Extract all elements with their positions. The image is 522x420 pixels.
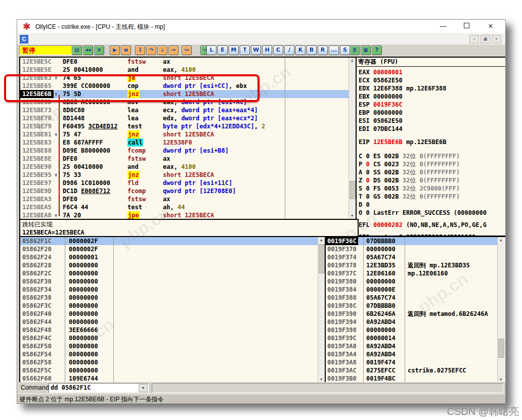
stack-scrollbar[interactable]: ▲ ▼ [497, 237, 505, 383]
command-input[interactable]: dd 05862F1C ▼ [49, 383, 149, 393]
disasm-row[interactable]: 12E5BE79F60495 3CD4ED12testbyte ptr [edx… [20, 122, 349, 130]
chevron-down-icon[interactable]: ▼ [139, 384, 148, 392]
stack-row[interactable]: 0019F3A40A92ABD4 [326, 350, 497, 358]
stack-row[interactable]: 0019F3AC0275EFCCcstrike.0275EFCC [326, 366, 497, 375]
register-row[interactable]: ESP 0019F36C [359, 101, 506, 109]
animate-into-button[interactable]: ⇣ [157, 45, 167, 55]
maximize-button[interactable] [459, 21, 474, 31]
disasm-row[interactable]: 12E5BE5CDFE0fstswax [20, 58, 349, 66]
stack-row[interactable]: 0019F3B00019F4BC [326, 375, 497, 383]
help-toolbar-button[interactable]: ? [372, 45, 382, 55]
title-bar[interactable]: ✱ OllyICE - cstrike.exe - [CPU - 主线程, 模块… [17, 20, 505, 33]
minimize-button[interactable]: — [436, 21, 451, 31]
disasm-row[interactable]: 12E5BE8EDFE0fstswax [20, 155, 349, 163]
mdi-restore-button[interactable]: ▣ [481, 35, 490, 43]
animate-over-button[interactable]: ⇝ [168, 45, 179, 55]
disasm-row[interactable]: 12E5BE88D89E B8000000fcompdword ptr [esi… [20, 147, 349, 155]
mdi-close-button[interactable]: × [492, 35, 501, 43]
execute-till-return-button[interactable]: ↦ [182, 45, 192, 55]
flag-row[interactable]: A 0 SS 002B 32位 0(FFFFFFFF) [359, 168, 506, 176]
flag-row[interactable]: T 0 GS 002B 32位 0(FFFFFFFF) [359, 193, 506, 201]
stack-row[interactable]: 0019F37812E3BD35返回到 mp.12E3BD35 [326, 261, 497, 269]
disasm-row[interactable]: 12E5BE738D0C80leaecx, dword ptr [eax+eax… [20, 106, 349, 114]
disasm-row[interactable]: 12E5BE95∨75 33jnzshort 12E5BECA [20, 171, 349, 179]
scroll-up-icon[interactable]: ▲ [318, 237, 324, 244]
disasm-scrollbar[interactable]: ▲ ▼ [349, 58, 356, 219]
open-file-button[interactable]: ▤ [72, 45, 82, 55]
windows-button[interactable]: W [251, 45, 261, 55]
log-window-button[interactable]: L [206, 45, 216, 55]
source-button[interactable]: S [340, 45, 350, 55]
dump-scrollbar[interactable]: ▲ ▼ [318, 237, 325, 383]
disasm-row[interactable]: 12E5BE9025 00410000andeax, 4100 [20, 163, 349, 171]
stack-row[interactable]: 0019F3906B26246A返回到 metamod.6B26246A [326, 310, 497, 318]
stack-row[interactable]: 0019F3A80019F474 [326, 358, 497, 366]
stack-row[interactable]: 0019F39C00000014 [326, 334, 497, 342]
threads-button[interactable]: T [240, 45, 250, 55]
disasm-row[interactable]: 12E5BEA8∨7A 20jpeshort 12E5BECA [20, 211, 349, 219]
flag-row[interactable]: D 0 [359, 201, 506, 209]
flag-row[interactable]: Z 0 DS 002B 32位 0(FFFFFFFF) [359, 176, 506, 184]
stack-row[interactable]: 0019F36C07DBBBB0 [326, 237, 497, 245]
handles-button[interactable]: H [262, 45, 272, 55]
memory-dump-pane[interactable]: 05862F1C0000002F05862F200000002F05862F24… [19, 236, 326, 384]
references-button[interactable]: R [318, 45, 328, 55]
memory-map-button[interactable]: M [229, 45, 239, 55]
run-trace-button[interactable]: ... [329, 45, 339, 55]
mdi-minimize-button[interactable]: – [469, 35, 479, 43]
disasm-row[interactable]: 12E5BEA5F6C4 44testah, 44 [20, 203, 349, 211]
scroll-thumb[interactable] [319, 244, 325, 273]
stack-row[interactable]: 0019F38C07DBBBB0 [326, 302, 497, 310]
disasm-row[interactable]: 12E5BEA3DFE0fstswax [20, 195, 349, 203]
step-over-button[interactable]: ↷ [146, 45, 156, 55]
flag-row[interactable]: P 0 CS 0023 32位 0(FFFFFFFF) [359, 160, 506, 168]
disasm-row[interactable]: 12E5BE97D986 1C010000flddword ptr [esi+1… [20, 179, 349, 187]
stack-row[interactable]: 0019F39800000000 [326, 326, 497, 334]
flag-row[interactable]: O 0 LastErr ERROR_SUCCESS (00000000 [359, 209, 506, 217]
appearance-button[interactable]: ▦ [361, 45, 371, 55]
registers-pane[interactable]: 寄存器 (FPU) EAX 00000001ECX 05862E50EDX 12… [356, 57, 506, 237]
close-program-button[interactable]: × [94, 45, 104, 55]
disasm-row[interactable]: 12E5BE81∨75 47jnzshort 12E5BECA [20, 130, 349, 138]
register-row[interactable]: EIP 12E5BE6B mp.12E5BE6B [359, 138, 506, 146]
executable-modules-button[interactable]: E [218, 45, 228, 55]
disasm-row[interactable]: 12E5BE9DDC1D E008E712fcompqword ptr [12E… [20, 187, 349, 195]
register-row[interactable]: EDI 07DBC144 [359, 125, 506, 133]
disasm-row[interactable]: 12E5BE5E25 00410000andeax, 4100 [20, 66, 349, 74]
stack-row[interactable]: 0019F37000000000 [326, 245, 497, 253]
pause-program-button[interactable]: ▮▮ [121, 45, 131, 55]
stack-row[interactable]: 0019F38000000000 [326, 277, 497, 286]
disasm-row[interactable]: 12E5BE768D1448leaedx, dword ptr [eax+ecx… [20, 114, 349, 122]
register-row[interactable]: EAX 00000001 [359, 68, 506, 76]
close-button[interactable]: × [483, 21, 498, 31]
run-button[interactable]: ▶ [110, 45, 120, 55]
register-row[interactable]: ESI 05862E50 [359, 117, 506, 125]
disasm-operands: short 12E5BECA [163, 171, 214, 179]
call-stack-button[interactable]: K [295, 45, 306, 55]
stack-row[interactable]: 0019F37405A67C74 [326, 253, 497, 261]
disasm-row[interactable]: 12E5BE83E8 687AFFFFcall12E538F0 [20, 138, 349, 147]
register-row[interactable]: ECX 05862E50 [359, 76, 506, 84]
stack-row[interactable]: 0019F38805A67C74 [326, 294, 497, 302]
stack-row[interactable]: 0019F3A00A92ABD4 [326, 342, 497, 350]
cpu-window-button[interactable]: C [273, 45, 283, 55]
scroll-up-icon[interactable]: ▲ [349, 58, 355, 64]
register-row[interactable]: EDX 12E6F388 mp.12E6F388 [359, 84, 506, 92]
register-row[interactable]: EBX 00000000 [359, 92, 506, 101]
restart-button[interactable]: ◀◀ [83, 45, 93, 55]
flag-row[interactable]: C 0 ES 002B 32位 0(FFFFFFFF) [359, 152, 506, 160]
register-row[interactable]: EBP 00000000 [359, 109, 506, 117]
step-into-button[interactable]: ↧ [135, 45, 145, 55]
efl-row[interactable]: EFL 00000202 (NO,NB,NE,A,NS,PO,GE,G [359, 221, 506, 229]
breakpoint-options-button[interactable]: ≣ [350, 45, 360, 55]
patches-button[interactable]: / [284, 45, 294, 55]
scroll-thumb[interactable] [498, 339, 504, 358]
breakpoints-button[interactable]: B [307, 45, 317, 55]
stack-row[interactable]: 0019F3940A92ABD4 [326, 318, 497, 326]
stack-pane[interactable]: 0019F36C07DBBBB00019F370000000000019F374… [325, 236, 506, 384]
stack-row[interactable]: 0019F3840000000E [326, 286, 497, 294]
flag-row[interactable]: S 0 FS 0053 32位 2C9000(FFF) [359, 184, 506, 193]
scroll-thumb[interactable] [350, 181, 356, 199]
scroll-up-icon[interactable]: ▲ [498, 237, 504, 244]
stack-row[interactable]: 0019F37C12E06160mp.12E06160 [326, 269, 497, 277]
